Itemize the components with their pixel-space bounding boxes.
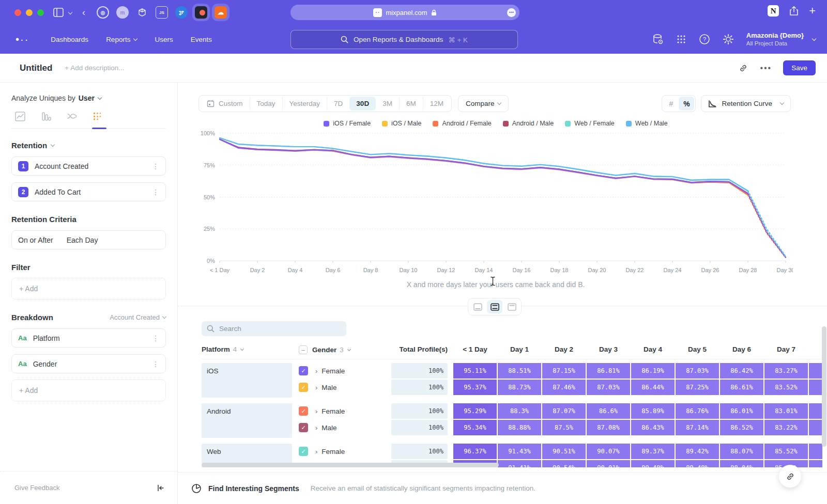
nav-link-dashboards[interactable]: Dashboards [51,36,88,43]
retention-value-cell[interactable]: 85.89% [631,403,675,419]
day-column-header[interactable]: Day 5 [676,345,719,353]
retention-value-cell[interactable]: 86.19% [631,363,675,379]
nav-link-users[interactable]: Users [155,36,173,43]
tab-insights[interactable] [13,112,27,122]
split-view-button[interactable] [487,300,502,313]
retention-value-cell[interactable]: 87.46% [542,380,586,395]
total-profiles-header[interactable]: Total Profile(s) [391,345,448,353]
retention-value-cell[interactable]: 87.25% [676,380,719,395]
find-segments-title[interactable]: Find Interesting Segments [208,484,299,493]
range-7d[interactable]: 7D [327,97,349,111]
legend-android-male[interactable]: Android / Male [503,120,554,127]
range-12m[interactable]: 12M [423,97,450,111]
more-options-icon[interactable]: ••• [760,64,772,73]
gender-column-header[interactable]: – Gender3 [299,345,350,354]
retention-value-cell[interactable]: 86.81% [587,363,630,379]
kebab-menu-icon[interactable]: ⋮ [152,334,159,342]
save-button[interactable]: Save [783,60,816,75]
retention-value-cell[interactable]: 86.01% [720,403,763,419]
percent-toggle[interactable]: % [679,97,694,111]
retention-value-cell[interactable]: 96.37% [453,444,497,459]
retention-value-cell[interactable]: 88.88% [498,420,541,435]
criteria-interval[interactable]: Each Day [67,236,98,244]
retention-value-cell[interactable]: 89.37% [631,444,675,459]
retention-value-cell[interactable]: 83.27% [764,363,808,379]
checkbox-ios-female[interactable]: ✓ [299,366,308,375]
checkbox-ios-male[interactable]: ✓ [299,383,308,392]
url-more-icon[interactable]: ••• [507,8,516,17]
retention-value-cell[interactable]: 88.04% [720,460,763,467]
window-controls[interactable] [14,9,44,16]
expand-chevron-icon[interactable]: › [315,407,317,415]
retention-value-cell[interactable]: 86.44% [631,380,675,395]
retention-value-cell[interactable]: 91.43% [498,444,541,459]
retention-value-cell[interactable]: 86.42% [720,363,763,379]
retention-value-cell[interactable]: 95.37% [453,380,497,395]
address-bar[interactable]: ·· mixpanel.com ••• [290,5,519,20]
copy-link-icon[interactable] [738,63,748,73]
mixpanel-logo-icon[interactable]: •·· [16,34,29,45]
checkbox-android-female[interactable]: ✓ [299,406,308,416]
legend-ios-male[interactable]: iOS / Male [382,120,421,127]
vertical-scrollbar[interactable] [822,326,826,447]
range-30d[interactable]: 30D [349,97,376,111]
step-card-added-to-cart[interactable]: 2 Added To Cart ⋮ [11,182,166,201]
kebab-menu-icon[interactable]: ⋮ [152,188,159,196]
sidebar-toggle-icon[interactable] [53,8,64,17]
retention-value-cell[interactable]: 95.11% [453,363,497,379]
range-6m[interactable]: 6M [399,97,423,111]
new-tab-icon[interactable]: + [809,5,816,17]
retention-value-cell[interactable]: 83.01% [764,403,808,419]
expand-chevron-icon[interactable]: › [315,448,317,455]
retention-value-cell[interactable]: 95.34% [453,420,497,435]
retention-value-cell[interactable]: 87.07% [542,403,586,419]
criteria-condition[interactable]: On or After [18,236,53,244]
expand-chevron-icon[interactable]: › [315,424,317,432]
retention-value-cell[interactable]: 86.76% [676,403,719,419]
settings-gear-icon[interactable] [723,34,734,45]
analyze-value-dropdown[interactable]: User [79,94,95,102]
legend-android-female[interactable]: Android / Female [433,120,491,127]
report-title[interactable]: Untitled [20,63,52,73]
collapse-sidebar-icon[interactable] [156,484,164,492]
retention-value-cell[interactable]: 89.42% [676,444,719,459]
gender-cell[interactable]: ✓›Male [299,420,390,435]
kebab-menu-icon[interactable]: ⋮ [152,162,159,170]
retention-value-cell[interactable]: 87.5% [542,420,586,435]
share-icon[interactable] [789,6,799,16]
expand-chevron-icon[interactable]: › [315,367,317,375]
gender-cell[interactable]: ✓›Male [299,380,390,395]
back-icon[interactable]: ‹ [82,7,85,18]
retention-value-cell[interactable]: 87.15% [542,363,586,379]
nav-link-events[interactable]: Events [191,36,212,43]
global-search-input[interactable]: Open Reports & Dashboards ⌘ + K [290,30,518,49]
retention-value-cell[interactable]: 90.07% [587,444,630,459]
range-3m[interactable]: 3M [376,97,399,111]
day-column-header[interactable]: Day 4 [631,345,675,353]
retention-value-cell[interactable]: 90.51% [542,444,586,459]
retention-value-cell[interactable]: 87.03% [676,363,719,379]
day-column-header[interactable]: Day 7 [764,345,808,353]
help-icon[interactable]: ? [699,34,710,45]
retention-value-cell[interactable]: 89.48% [631,460,675,467]
step-card-account-created[interactable]: 1 Account Created ⋮ [11,156,166,176]
legend-web-female[interactable]: Web / Female [565,120,615,127]
retention-criteria-card[interactable]: On or After Each Day [11,230,166,249]
retention-chart[interactable]: 0%25%50%75%100%< 1 DayDay 2Day 4Day 6Day… [198,128,793,283]
indeterminate-checkbox[interactable]: – [299,345,308,354]
retention-section-label[interactable]: Retention [11,141,47,150]
retention-value-cell[interactable]: 90.01% [587,460,630,467]
retention-value-cell[interactable]: 87.08% [587,420,630,435]
checkbox-android-male[interactable]: ✓ [299,423,308,432]
gender-cell[interactable]: ✓›Female [299,363,390,379]
retention-value-cell[interactable]: 90.54% [542,460,586,467]
day-column-header[interactable]: Day 1 [498,345,541,353]
apps-grid-icon[interactable] [676,34,686,44]
onepassword-icon[interactable]: ◎ [97,6,109,19]
range-custom[interactable]: Custom [200,97,250,111]
kebab-menu-icon[interactable]: ⋮ [152,360,159,368]
close-window-button[interactable] [14,9,21,16]
range-yesterday[interactable]: Yesterday [282,97,327,111]
day-column-header[interactable]: < 1 Day [453,345,497,353]
retention-value-cell[interactable]: 83.22% [764,420,808,435]
